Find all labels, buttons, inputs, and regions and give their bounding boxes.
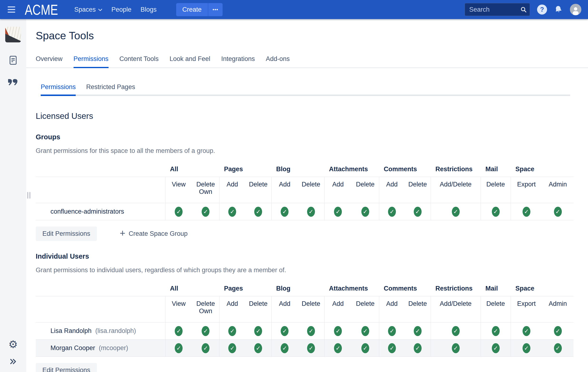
primary-nav: SpacesPeopleBlogs xyxy=(74,6,157,13)
edit-group-permissions-button[interactable]: Edit Permissions xyxy=(36,226,97,241)
page-title: Space Tools xyxy=(36,30,588,42)
nav-item-people[interactable]: People xyxy=(111,6,131,13)
column-comments-delete: Delete xyxy=(405,177,431,203)
column-comments-add: Add xyxy=(379,177,405,203)
help-icon[interactable]: ? xyxy=(537,5,547,14)
tab-overview[interactable]: Overview xyxy=(36,55,63,67)
tab-look-and-feel[interactable]: Look and Feel xyxy=(169,55,210,67)
check-icon: ✓ xyxy=(523,343,530,353)
check-icon: ✓ xyxy=(492,207,500,217)
create-space-group-link[interactable]: + Create Space Group xyxy=(120,230,188,237)
check-icon: ✓ xyxy=(554,207,562,217)
column-group-blog: Blog xyxy=(271,282,324,296)
tab-permissions[interactable]: Permissions xyxy=(74,55,109,67)
user-avatar[interactable] xyxy=(570,4,581,15)
notifications-bell-icon[interactable] xyxy=(554,5,564,15)
space-sidebar: ⚙ xyxy=(0,19,26,372)
column-group-comments: Comments xyxy=(379,282,431,296)
check-icon: ✓ xyxy=(254,343,262,353)
check-icon: ✓ xyxy=(452,343,460,353)
column-pages-delete: Delete xyxy=(245,296,271,322)
check-icon: ✓ xyxy=(281,326,289,336)
space-tools-tabs: OverviewPermissionsContent ToolsLook and… xyxy=(26,55,588,68)
nav-right: ? xyxy=(465,3,588,16)
sidebar-resize-grip[interactable] xyxy=(27,192,31,199)
check-icon: ✓ xyxy=(254,207,262,217)
subtab-permissions[interactable]: Permissions xyxy=(41,83,76,95)
individual-users-heading: Individual Users xyxy=(36,253,588,260)
check-icon: ✓ xyxy=(388,343,396,353)
permission-row: Morgan Cooper (mcooper)✓✓✓✓✓✓✓✓✓✓✓✓✓✓ xyxy=(36,340,574,357)
check-icon: ✓ xyxy=(228,343,236,353)
app-logo[interactable]: ACME xyxy=(25,1,56,18)
app-header: ACME SpacesPeopleBlogs Create ••• ? xyxy=(0,0,588,19)
permission-row: Lisa Randolph (lisa.randolph)✓✓✓✓✓✓✓✓✓✓✓… xyxy=(36,322,574,340)
nav-item-label: Spaces xyxy=(74,6,96,13)
column-space-export: Export xyxy=(511,296,542,322)
check-icon: ✓ xyxy=(414,207,422,217)
check-icon: ✓ xyxy=(334,343,342,353)
check-icon: ✓ xyxy=(523,207,530,217)
column-group-space: Space xyxy=(511,163,574,177)
column-blog-add: Add xyxy=(271,177,298,203)
check-icon: ✓ xyxy=(492,326,500,336)
nav-item-label: People xyxy=(111,6,131,13)
column-group-restrictions: Restrictions xyxy=(431,163,481,177)
permissions-subtabs: PermissionsRestricted Pages xyxy=(41,83,570,96)
check-icon: ✓ xyxy=(281,207,289,217)
column-group-row: AllPagesBlogAttachmentsCommentsRestricti… xyxy=(36,282,574,296)
column-group-all: All xyxy=(165,163,219,177)
column-pages-add: Add xyxy=(219,177,245,203)
hamburger-menu-icon[interactable] xyxy=(7,5,16,14)
search-icon[interactable] xyxy=(520,6,527,14)
individual-users-description: Grant permissions to individual users, r… xyxy=(36,266,588,274)
column-mail-delete: Delete xyxy=(481,296,511,322)
check-icon: ✓ xyxy=(388,326,396,336)
column-subheader-row: ViewDelete OwnAddDeleteAddDeleteAddDelet… xyxy=(36,296,574,322)
check-icon: ✓ xyxy=(334,207,342,217)
edit-user-permissions-button[interactable]: Edit Permissions xyxy=(36,363,97,372)
column-group-pages: Pages xyxy=(219,163,271,177)
check-icon: ✓ xyxy=(307,343,315,353)
blog-quote-icon[interactable] xyxy=(8,79,18,88)
column-restrictions-add-delete: Add/Delete xyxy=(431,177,481,203)
column-attachments-delete: Delete xyxy=(352,296,379,322)
tab-add-ons[interactable]: Add-ons xyxy=(266,55,290,67)
check-icon: ✓ xyxy=(175,326,183,336)
check-icon: ✓ xyxy=(452,207,460,217)
nav-item-spaces[interactable]: Spaces xyxy=(74,6,102,13)
username: (mcooper) xyxy=(97,344,128,351)
individual-permission-table-wrap: AllPagesBlogAttachmentsCommentsRestricti… xyxy=(26,282,588,357)
more-options-icon[interactable]: ••• xyxy=(208,3,223,16)
permission-table: AllPagesBlogAttachmentsCommentsRestricti… xyxy=(36,163,574,220)
create-button[interactable]: Create xyxy=(176,3,208,16)
tab-integrations[interactable]: Integrations xyxy=(221,55,255,67)
permission-row: confluence-administrators✓✓✓✓✓✓✓✓✓✓✓✓✓✓ xyxy=(36,203,574,220)
column-group-pages: Pages xyxy=(219,282,271,296)
groups-description: Grant permissions for this space to all … xyxy=(36,147,588,155)
column-subheader-row: ViewDelete OwnAddDeleteAddDeleteAddDelet… xyxy=(36,177,574,203)
check-icon: ✓ xyxy=(175,207,183,217)
expand-sidebar-icon[interactable] xyxy=(10,358,17,366)
nav-item-blogs[interactable]: Blogs xyxy=(140,6,157,13)
column-group-attachments: Attachments xyxy=(324,282,379,296)
check-icon: ✓ xyxy=(452,326,460,336)
column-all-view: View xyxy=(165,177,192,203)
space-settings-gear-icon[interactable]: ⚙ xyxy=(8,339,18,350)
nav-left: ACME SpacesPeopleBlogs Create ••• xyxy=(0,1,223,18)
column-pages-add: Add xyxy=(219,296,245,322)
check-icon: ✓ xyxy=(361,326,369,336)
tab-content-tools[interactable]: Content Tools xyxy=(119,55,159,67)
check-icon: ✓ xyxy=(228,326,236,336)
pages-icon[interactable] xyxy=(10,56,17,66)
column-comments-add: Add xyxy=(379,296,405,322)
check-icon: ✓ xyxy=(334,326,342,336)
subtab-restricted-pages[interactable]: Restricted Pages xyxy=(86,83,135,95)
space-logo[interactable] xyxy=(5,27,21,43)
search-box xyxy=(465,3,530,16)
column-comments-delete: Delete xyxy=(405,296,431,322)
check-icon: ✓ xyxy=(492,343,500,353)
check-icon: ✓ xyxy=(175,343,183,353)
check-icon: ✓ xyxy=(554,343,562,353)
username: (lisa.randolph) xyxy=(94,327,136,334)
